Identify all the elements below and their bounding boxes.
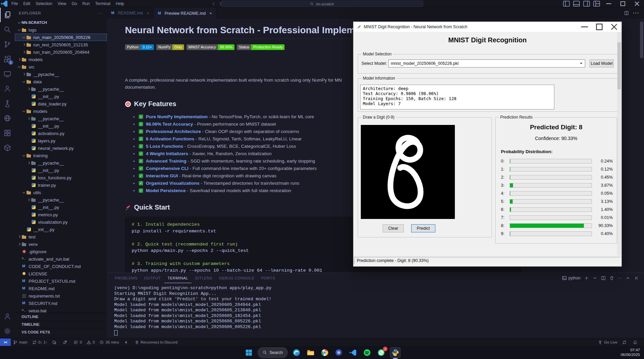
status-layers[interactable] xyxy=(50,339,60,346)
workspace-root[interactable]: NN-SCRATCH xyxy=(15,19,107,26)
tree-item[interactable]: src xyxy=(15,63,107,71)
dialog-scrollbar-thumb[interactable] xyxy=(617,42,621,89)
status-rocket[interactable] xyxy=(60,339,71,346)
clear-button[interactable]: Clear xyxy=(383,224,404,232)
sidebar-section-header[interactable]: VS CODE PETS xyxy=(15,328,107,336)
menu-item[interactable]: Terminal xyxy=(92,0,113,7)
menu-item[interactable]: Run xyxy=(80,0,92,7)
tree-item[interactable]: trainer.py xyxy=(15,181,107,189)
tree-item[interactable]: __init__.py xyxy=(15,167,107,174)
load-model-button[interactable]: Load Model xyxy=(590,59,614,68)
tree-item[interactable]: __init__.py xyxy=(15,226,107,233)
dialog-scrollbar[interactable] xyxy=(617,32,621,256)
taskbar-browser[interactable] xyxy=(334,347,344,358)
tree-item[interactable]: PROJECT_STATUS.md xyxy=(15,277,107,285)
model-select-dropdown[interactable]: mnist_model_20250606_005226.pkl xyxy=(388,59,585,68)
close-panel-icon[interactable] xyxy=(634,276,639,280)
accounts-button[interactable] xyxy=(0,309,15,324)
status-sync-right[interactable] xyxy=(620,339,631,346)
tree-item[interactable]: logs xyxy=(15,26,107,34)
taskbar-chrome[interactable] xyxy=(319,347,330,358)
start-button[interactable] xyxy=(243,347,254,358)
tree-item[interactable]: README.md xyxy=(15,285,107,292)
dialog-maximize-button[interactable] xyxy=(592,22,607,32)
tree-item[interactable]: neural_network.py xyxy=(15,144,107,152)
menu-item[interactable]: Edit xyxy=(20,0,33,7)
status-sync[interactable]: 0↓ 1↑ xyxy=(30,339,50,346)
customize-layout-icon[interactable] xyxy=(592,0,602,7)
tree-item[interactable]: data_loader.py xyxy=(15,100,107,107)
scrollbar-thumb[interactable] xyxy=(640,21,643,58)
tree-item[interactable]: data xyxy=(15,78,107,85)
drawing-canvas[interactable] xyxy=(361,125,455,219)
tree-item[interactable]: CODE_OF_CONDUCT.md xyxy=(15,263,107,270)
remote-indicator[interactable]: >< xyxy=(0,339,11,346)
settings-button[interactable] xyxy=(0,324,15,339)
editor-tab[interactable]: README.md × xyxy=(107,7,154,19)
tree-item[interactable]: test xyxy=(15,233,107,240)
status-time-tracker[interactable]: 35 mins xyxy=(97,339,121,346)
taskbar-spotify[interactable] xyxy=(362,347,373,358)
tree-item[interactable]: SECURITY.md xyxy=(15,300,107,307)
tree-item[interactable]: models xyxy=(15,107,107,115)
taskbar-clock[interactable]: 07:47 06/06/2025 xyxy=(620,348,640,357)
dialog-close-button[interactable] xyxy=(607,22,621,32)
tree-item[interactable]: __pycache__ xyxy=(15,85,107,93)
tree-item[interactable]: layers.py xyxy=(15,137,107,144)
panel-more-icon[interactable]: ··· xyxy=(618,276,622,280)
tree-item[interactable]: venv xyxy=(15,240,107,248)
maximize-button[interactable] xyxy=(616,0,630,7)
kill-terminal-icon[interactable] xyxy=(609,276,614,280)
menu-item[interactable]: File xyxy=(9,0,20,7)
taskbar-whatsapp[interactable]: 2 xyxy=(376,347,387,358)
tree-item[interactable]: utils xyxy=(15,189,107,196)
menu-item[interactable]: Help xyxy=(113,0,127,7)
dialog-titlebar[interactable]: MNIST Digit Recognition - Neural Network… xyxy=(353,22,621,32)
status-bolt[interactable] xyxy=(122,339,132,346)
activity-search[interactable] xyxy=(0,22,15,37)
activity-blocks[interactable] xyxy=(0,126,15,140)
taskbar-file-explorer[interactable] xyxy=(305,347,316,358)
tree-item[interactable]: LICENSE xyxy=(15,270,107,277)
activity-containers[interactable] xyxy=(0,140,15,155)
tree-item[interactable]: __init__.py xyxy=(15,122,107,130)
activity-live-server[interactable] xyxy=(0,111,15,126)
panel-tab[interactable]: PORTS xyxy=(258,273,278,283)
panel-tab[interactable]: TERMINAL xyxy=(164,273,191,283)
activity-source-control[interactable] xyxy=(0,37,15,52)
status-branch[interactable]: main xyxy=(11,339,30,346)
predict-button[interactable]: Predict xyxy=(411,224,435,232)
editor-tab[interactable]: Preview README.md × xyxy=(154,7,216,19)
tree-item[interactable]: __pycache__ xyxy=(15,159,107,167)
toggle-sidebar-icon[interactable] xyxy=(561,0,571,7)
terminal-dropdown-icon[interactable] xyxy=(593,276,597,280)
activity-live-share[interactable] xyxy=(0,81,15,96)
maximize-panel-icon[interactable] xyxy=(626,276,630,280)
tree-item[interactable]: models xyxy=(15,56,107,63)
panel-tab[interactable]: DEBUG CONSOLE xyxy=(216,273,258,283)
status-errors[interactable]: 0 xyxy=(71,339,84,346)
tree-item[interactable]: run_train_20250605_204944 xyxy=(15,48,107,56)
more-actions-icon[interactable]: ··· xyxy=(633,10,639,16)
panel-tab[interactable]: PROBLEMS xyxy=(112,273,141,283)
sidebar-section-header[interactable]: TIMELINE xyxy=(15,320,107,328)
tree-item[interactable]: setup.bat xyxy=(15,307,107,312)
activity-explorer[interactable] xyxy=(0,7,15,22)
new-terminal-icon[interactable] xyxy=(584,276,589,280)
menu-item[interactable]: View xyxy=(55,0,69,7)
terminal-output[interactable]: (venv) D:\ngoding penting\nn-scratch>pyt… xyxy=(107,283,644,335)
tree-item[interactable]: run_main_20250606_005226 xyxy=(15,34,107,41)
dialog-minimize-button[interactable] xyxy=(577,22,592,32)
tree-item[interactable]: requirements.txt xyxy=(15,292,107,300)
close-button[interactable] xyxy=(630,0,644,7)
tree-item[interactable]: __pycache__ xyxy=(15,71,107,78)
tree-item[interactable]: __pycache__ xyxy=(15,115,107,122)
toggle-panel-icon[interactable] xyxy=(571,0,582,7)
status-discord[interactable]: Reconnect to Discord xyxy=(132,339,180,346)
tree-item[interactable]: activations.py xyxy=(15,130,107,137)
taskbar-vscode[interactable] xyxy=(348,347,358,358)
sidebar-section-header[interactable]: OUTLINE xyxy=(15,313,107,320)
taskbar-search[interactable]: Search xyxy=(257,347,288,358)
panel-tab[interactable]: GITLENS xyxy=(191,273,216,283)
tree-item[interactable]: activate_and_run.bat xyxy=(15,255,107,263)
